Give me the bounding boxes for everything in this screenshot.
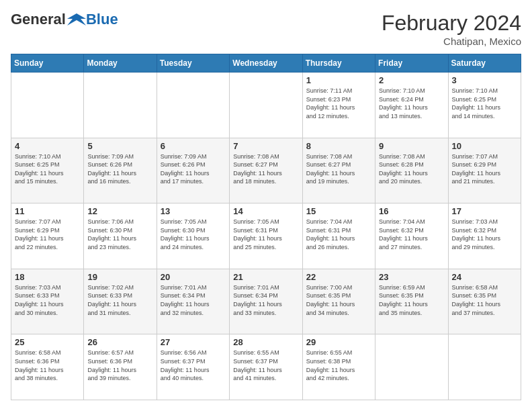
logo-text: General Blue (11, 11, 118, 28)
day-number: 14 (233, 206, 298, 216)
calendar-cell (230, 73, 302, 138)
day-number: 7 (233, 141, 298, 151)
calendar-cell: 13Sunrise: 7:05 AMSunset: 6:30 PMDayligh… (157, 203, 229, 269)
day-info: Sunrise: 7:05 AMSunset: 6:30 PMDaylight:… (161, 218, 226, 251)
calendar-cell: 10Sunrise: 7:07 AMSunset: 6:29 PMDayligh… (448, 138, 521, 203)
day-number: 6 (161, 141, 226, 151)
day-info: Sunrise: 7:07 AMSunset: 6:29 PMDaylight:… (15, 218, 80, 251)
calendar-header-row: Sunday Monday Tuesday Wednesday Thursday… (11, 54, 521, 73)
day-info: Sunrise: 6:58 AMSunset: 6:36 PMDaylight:… (15, 349, 80, 382)
day-number: 29 (306, 337, 371, 347)
day-number: 13 (161, 206, 226, 216)
day-info: Sunrise: 6:56 AMSunset: 6:37 PMDaylight:… (161, 349, 226, 382)
day-number: 15 (306, 206, 371, 216)
day-info: Sunrise: 7:04 AMSunset: 6:32 PMDaylight:… (379, 218, 444, 251)
calendar-cell: 15Sunrise: 7:04 AMSunset: 6:31 PMDayligh… (302, 203, 375, 269)
day-number: 17 (452, 206, 517, 216)
calendar-cell: 5Sunrise: 7:09 AMSunset: 6:26 PMDaylight… (84, 138, 157, 203)
calendar-cell: 21Sunrise: 7:01 AMSunset: 6:34 PMDayligh… (230, 269, 302, 334)
col-thursday: Thursday (302, 54, 375, 73)
day-info: Sunrise: 7:01 AMSunset: 6:34 PMDaylight:… (233, 283, 298, 317)
day-number: 12 (87, 206, 152, 216)
calendar-cell: 19Sunrise: 7:02 AMSunset: 6:33 PMDayligh… (84, 269, 157, 334)
calendar-week-row: 11Sunrise: 7:07 AMSunset: 6:29 PMDayligh… (11, 203, 521, 269)
day-info: Sunrise: 6:59 AMSunset: 6:35 PMDaylight:… (379, 283, 444, 317)
calendar-cell: 23Sunrise: 6:59 AMSunset: 6:35 PMDayligh… (375, 269, 448, 334)
calendar-cell: 25Sunrise: 6:58 AMSunset: 6:36 PMDayligh… (11, 334, 84, 400)
calendar-cell (375, 334, 448, 400)
calendar-cell: 2Sunrise: 7:10 AMSunset: 6:24 PMDaylight… (375, 73, 448, 138)
day-info: Sunrise: 7:05 AMSunset: 6:31 PMDaylight:… (233, 218, 298, 251)
day-number: 4 (15, 141, 80, 151)
day-number: 3 (452, 75, 517, 85)
day-number: 5 (87, 141, 152, 151)
col-friday: Friday (375, 54, 448, 73)
day-info: Sunrise: 7:10 AMSunset: 6:25 PMDaylight:… (15, 152, 80, 186)
day-number: 11 (15, 206, 80, 216)
calendar-cell: 16Sunrise: 7:04 AMSunset: 6:32 PMDayligh… (375, 203, 448, 269)
logo: General Blue (11, 11, 118, 28)
svg-marker-0 (67, 13, 86, 26)
calendar-week-row: 1Sunrise: 7:11 AMSunset: 6:23 PMDaylight… (11, 73, 521, 138)
day-number: 8 (306, 141, 371, 151)
main-title: February 2024 (382, 11, 521, 36)
day-info: Sunrise: 7:03 AMSunset: 6:33 PMDaylight:… (15, 283, 80, 317)
day-info: Sunrise: 7:03 AMSunset: 6:32 PMDaylight:… (452, 218, 517, 251)
day-number: 2 (379, 75, 444, 85)
header: General Blue February 2024 Chatipan, Mex… (11, 11, 521, 47)
day-number: 10 (452, 141, 517, 151)
day-number: 20 (161, 272, 226, 282)
calendar-cell: 9Sunrise: 7:08 AMSunset: 6:28 PMDaylight… (375, 138, 448, 203)
day-number: 27 (161, 337, 226, 347)
day-number: 25 (15, 337, 80, 347)
day-info: Sunrise: 7:00 AMSunset: 6:35 PMDaylight:… (306, 283, 371, 317)
day-info: Sunrise: 6:55 AMSunset: 6:38 PMDaylight:… (306, 349, 371, 382)
calendar-week-row: 18Sunrise: 7:03 AMSunset: 6:33 PMDayligh… (11, 269, 521, 334)
day-info: Sunrise: 7:02 AMSunset: 6:33 PMDaylight:… (87, 283, 152, 317)
calendar-cell (157, 73, 229, 138)
calendar-cell (448, 334, 521, 400)
day-info: Sunrise: 7:10 AMSunset: 6:24 PMDaylight:… (379, 87, 444, 120)
day-info: Sunrise: 7:09 AMSunset: 6:26 PMDaylight:… (161, 152, 226, 186)
day-number: 18 (15, 272, 80, 282)
day-info: Sunrise: 7:04 AMSunset: 6:31 PMDaylight:… (306, 218, 371, 251)
calendar-cell: 17Sunrise: 7:03 AMSunset: 6:32 PMDayligh… (448, 203, 521, 269)
calendar-cell: 14Sunrise: 7:05 AMSunset: 6:31 PMDayligh… (230, 203, 302, 269)
day-number: 19 (87, 272, 152, 282)
calendar-cell: 3Sunrise: 7:10 AMSunset: 6:25 PMDaylight… (448, 73, 521, 138)
day-info: Sunrise: 7:01 AMSunset: 6:34 PMDaylight:… (161, 283, 226, 317)
calendar-cell: 8Sunrise: 7:08 AMSunset: 6:27 PMDaylight… (302, 138, 375, 203)
day-number: 28 (233, 337, 298, 347)
day-number: 24 (452, 272, 517, 282)
calendar-week-row: 4Sunrise: 7:10 AMSunset: 6:25 PMDaylight… (11, 138, 521, 203)
calendar-cell: 18Sunrise: 7:03 AMSunset: 6:33 PMDayligh… (11, 269, 84, 334)
day-number: 9 (379, 141, 444, 151)
day-info: Sunrise: 6:58 AMSunset: 6:35 PMDaylight:… (452, 283, 517, 317)
calendar-cell (84, 73, 157, 138)
day-number: 23 (379, 272, 444, 282)
day-number: 26 (87, 337, 152, 347)
calendar-cell: 28Sunrise: 6:55 AMSunset: 6:37 PMDayligh… (230, 334, 302, 400)
col-sunday: Sunday (11, 54, 84, 73)
calendar-cell: 22Sunrise: 7:00 AMSunset: 6:35 PMDayligh… (302, 269, 375, 334)
calendar-cell: 11Sunrise: 7:07 AMSunset: 6:29 PMDayligh… (11, 203, 84, 269)
day-info: Sunrise: 6:55 AMSunset: 6:37 PMDaylight:… (233, 349, 298, 382)
day-number: 1 (306, 75, 371, 85)
calendar-cell: 7Sunrise: 7:08 AMSunset: 6:27 PMDaylight… (230, 138, 302, 203)
title-block: February 2024 Chatipan, Mexico (382, 11, 521, 47)
logo-general: General (11, 11, 66, 28)
calendar-cell: 26Sunrise: 6:57 AMSunset: 6:36 PMDayligh… (84, 334, 157, 400)
day-number: 16 (379, 206, 444, 216)
col-monday: Monday (84, 54, 157, 73)
calendar-week-row: 25Sunrise: 6:58 AMSunset: 6:36 PMDayligh… (11, 334, 521, 400)
calendar-cell: 1Sunrise: 7:11 AMSunset: 6:23 PMDaylight… (302, 73, 375, 138)
calendar-cell: 29Sunrise: 6:55 AMSunset: 6:38 PMDayligh… (302, 334, 375, 400)
day-info: Sunrise: 7:07 AMSunset: 6:29 PMDaylight:… (452, 152, 517, 186)
page: General Blue February 2024 Chatipan, Mex… (0, 0, 532, 411)
day-info: Sunrise: 7:06 AMSunset: 6:30 PMDaylight:… (87, 218, 152, 251)
calendar-cell: 6Sunrise: 7:09 AMSunset: 6:26 PMDaylight… (157, 138, 229, 203)
day-info: Sunrise: 7:10 AMSunset: 6:25 PMDaylight:… (452, 87, 517, 120)
day-info: Sunrise: 7:08 AMSunset: 6:27 PMDaylight:… (233, 152, 298, 186)
logo-blue: Blue (86, 11, 118, 28)
day-info: Sunrise: 6:57 AMSunset: 6:36 PMDaylight:… (87, 349, 152, 382)
